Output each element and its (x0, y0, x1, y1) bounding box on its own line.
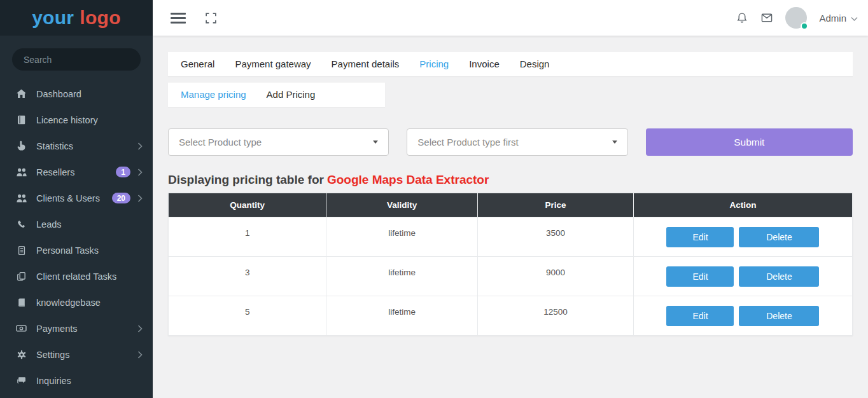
admin-label: Admin (819, 13, 846, 24)
sidebar-item-licence-history[interactable]: Licence history (0, 107, 153, 133)
clients-count-badge: 20 (112, 193, 130, 203)
logo-area: yourlogo (0, 0, 153, 36)
subtab-add-pricing[interactable]: Add Pricing (256, 83, 326, 107)
online-status-dot (801, 22, 808, 30)
sidebar-item-label: Dashboard (36, 89, 81, 99)
sidebar-item-label: Statistics (36, 141, 73, 151)
delete-button[interactable]: Delete (739, 266, 819, 287)
pricing-filter-controls: Select Product type Select Product type … (168, 128, 853, 156)
validity-cell: lifetime (326, 296, 478, 336)
tab-invoice[interactable]: Invoice (459, 52, 510, 76)
pricing-subtabbar: Manage pricing Add Pricing (168, 83, 385, 107)
select-caret-icon (612, 141, 617, 144)
notifications-bell-icon[interactable] (736, 11, 748, 24)
home-icon (15, 88, 27, 100)
book-icon (15, 114, 27, 126)
sidebar: yourlogo Dashboard Licence history Stati… (0, 0, 153, 398)
logo-part-2: logo (80, 7, 121, 28)
sidebar-item-personal-tasks[interactable]: Personal Tasks (0, 237, 153, 263)
sidebar-item-client-related-tasks[interactable]: Client related Tasks (0, 263, 153, 289)
edit-button[interactable]: Edit (666, 227, 734, 247)
topbar: Admin (153, 0, 868, 36)
hamburger-menu-icon[interactable] (171, 10, 186, 26)
sidebar-item-settings[interactable]: Settings (0, 341, 153, 367)
sidebar-item-label: Client related Tasks (36, 271, 116, 282)
edit-button[interactable]: Edit (666, 266, 734, 287)
column-header-quantity: Quantity (169, 193, 326, 217)
quantity-cell: 3 (169, 257, 326, 296)
sidebar-item-leads[interactable]: Leads (0, 211, 153, 237)
fullscreen-icon[interactable] (205, 12, 217, 24)
submit-button[interactable]: Submit (646, 128, 853, 156)
table-row: 3 lifetime 9000 EditDelete (169, 257, 853, 296)
sidebar-item-statistics[interactable]: Statistics (0, 133, 153, 159)
copy-icon (15, 270, 27, 282)
delete-button[interactable]: Delete (739, 306, 819, 326)
gear-icon (15, 348, 27, 360)
price-cell: 9000 (477, 257, 633, 296)
sidebar-item-label: knowledgebase (36, 298, 101, 308)
table-row: 1 lifetime 3500 EditDelete (169, 217, 853, 257)
tab-pricing[interactable]: Pricing (409, 52, 459, 76)
pricing-table: Quantity Validity Price Action 1 lifetim… (168, 193, 853, 336)
app-logo[interactable]: yourlogo (32, 7, 121, 29)
action-cell: EditDelete (633, 296, 852, 336)
product-select[interactable]: Select Product type first (407, 128, 627, 156)
action-cell: EditDelete (633, 257, 852, 296)
user-avatar[interactable] (785, 7, 807, 29)
sidebar-item-clients-users[interactable]: Clients & Users 20 (0, 185, 153, 211)
quantity-cell: 5 (169, 296, 326, 336)
select-caret-icon (373, 141, 378, 144)
product-select-value: Select Product type first (417, 137, 518, 148)
sidebar-item-label: Resellers (36, 167, 74, 177)
users-icon (15, 192, 27, 204)
chevron-right-icon (137, 325, 143, 333)
chevron-right-icon (137, 142, 143, 150)
sidebar-item-label: Settings (36, 350, 69, 360)
tab-general[interactable]: General (171, 52, 225, 76)
quantity-cell: 1 (169, 217, 326, 257)
validity-cell: lifetime (326, 257, 478, 296)
sidebar-item-payments[interactable]: Payments (0, 315, 153, 341)
product-type-select-value: Select Product type (179, 137, 262, 148)
sidebar-item-label: Licence history (36, 115, 98, 125)
sidebar-item-label: Clients & Users (36, 193, 100, 203)
sidebar-item-label: Inquiries (36, 376, 71, 386)
tab-design[interactable]: Design (510, 52, 560, 76)
price-cell: 12500 (477, 296, 633, 336)
pricing-table-heading: Displaying pricing table forGoogle Maps … (168, 173, 853, 187)
column-header-action: Action (633, 193, 852, 217)
sidebar-item-label: Leads (36, 219, 62, 230)
subtab-manage-pricing[interactable]: Manage pricing (171, 83, 256, 107)
chevron-right-icon (137, 195, 143, 202)
sidebar-menu: Dashboard Licence history Statistics Res… (0, 81, 153, 394)
logo-part-1: your (32, 7, 74, 28)
column-header-validity: Validity (326, 193, 478, 217)
table-header-row: Quantity Validity Price Action (169, 193, 853, 217)
sidebar-item-inquiries[interactable]: Inquiries (0, 367, 153, 394)
edit-button[interactable]: Edit (666, 306, 734, 326)
delete-button[interactable]: Delete (739, 227, 819, 247)
settings-tabbar: General Payment gateway Payment details … (168, 52, 853, 76)
sidebar-item-resellers[interactable]: Resellers 1 (0, 159, 153, 185)
product-type-select[interactable]: Select Product type (168, 128, 389, 156)
tab-payment-gateway[interactable]: Payment gateway (225, 52, 321, 76)
main-content: General Payment gateway Payment details … (153, 36, 868, 398)
admin-user-menu[interactable]: Admin (819, 13, 858, 24)
search-input[interactable] (12, 48, 141, 71)
phone-icon (15, 218, 27, 230)
banknote-icon (15, 322, 27, 334)
sidebar-item-dashboard[interactable]: Dashboard (0, 81, 153, 107)
column-header-price: Price (477, 193, 633, 217)
sidebar-item-knowledgebase[interactable]: knowledgebase (0, 289, 153, 315)
chevron-right-icon (137, 168, 143, 176)
product-name: Google Maps Data Extractor (327, 173, 489, 186)
sidebar-item-label: Payments (36, 324, 77, 334)
chat-icon (15, 374, 27, 387)
heading-prefix: Displaying pricing table for (168, 173, 324, 186)
tab-payment-details[interactable]: Payment details (321, 52, 410, 76)
messages-envelope-icon[interactable] (760, 11, 773, 24)
resellers-count-badge: 1 (116, 167, 130, 177)
price-cell: 3500 (477, 217, 633, 257)
chevron-down-icon (851, 13, 858, 24)
